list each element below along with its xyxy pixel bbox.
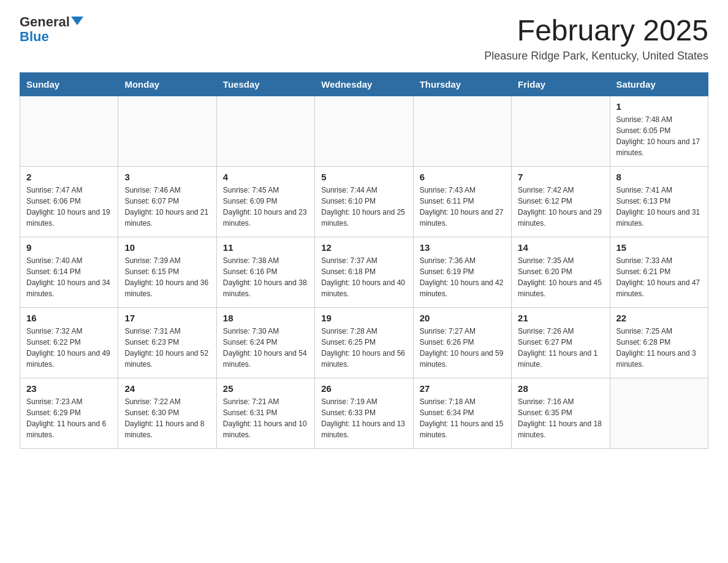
- day-info: Sunrise: 7:23 AMSunset: 6:29 PMDaylight:…: [26, 396, 112, 440]
- calendar-cell: 8Sunrise: 7:41 AMSunset: 6:13 PMDaylight…: [610, 166, 708, 237]
- calendar-cell: 3Sunrise: 7:46 AMSunset: 6:07 PMDaylight…: [118, 166, 216, 237]
- calendar-cell: 25Sunrise: 7:21 AMSunset: 6:31 PMDayligh…: [216, 378, 314, 448]
- day-number: 5: [321, 172, 406, 182]
- calendar-cell: [118, 96, 216, 166]
- weekday-header-saturday: Saturday: [610, 72, 708, 96]
- day-number: 2: [26, 172, 112, 182]
- calendar-cell: [413, 96, 511, 166]
- calendar-cell: 14Sunrise: 7:35 AMSunset: 6:20 PMDayligh…: [512, 237, 610, 307]
- day-number: 6: [420, 172, 505, 182]
- calendar-week-row: 1Sunrise: 7:48 AMSunset: 6:05 PMDaylight…: [20, 96, 708, 166]
- day-number: 16: [26, 313, 112, 323]
- day-number: 23: [26, 383, 112, 394]
- day-info: Sunrise: 7:35 AMSunset: 6:20 PMDaylight:…: [518, 255, 603, 299]
- calendar-cell: 13Sunrise: 7:36 AMSunset: 6:19 PMDayligh…: [413, 237, 511, 307]
- day-number: 17: [124, 313, 210, 323]
- day-number: 27: [420, 383, 505, 394]
- weekday-header-friday: Friday: [512, 72, 610, 96]
- day-number: 9: [26, 242, 112, 253]
- logo-blue-text: Blue: [20, 29, 49, 44]
- day-info: Sunrise: 7:38 AMSunset: 6:16 PMDaylight:…: [223, 255, 308, 299]
- day-number: 4: [223, 172, 308, 182]
- calendar-cell: 15Sunrise: 7:33 AMSunset: 6:21 PMDayligh…: [610, 237, 708, 307]
- calendar-week-row: 16Sunrise: 7:32 AMSunset: 6:22 PMDayligh…: [20, 307, 708, 378]
- calendar-cell: 4Sunrise: 7:45 AMSunset: 6:09 PMDaylight…: [216, 166, 314, 237]
- calendar-cell: 28Sunrise: 7:16 AMSunset: 6:35 PMDayligh…: [512, 378, 610, 448]
- calendar-cell: 2Sunrise: 7:47 AMSunset: 6:06 PMDaylight…: [20, 166, 118, 237]
- calendar-cell: 20Sunrise: 7:27 AMSunset: 6:26 PMDayligh…: [413, 307, 511, 378]
- calendar-cell: 26Sunrise: 7:19 AMSunset: 6:33 PMDayligh…: [315, 378, 413, 448]
- day-info: Sunrise: 7:28 AMSunset: 6:25 PMDaylight:…: [321, 326, 406, 370]
- day-info: Sunrise: 7:16 AMSunset: 6:35 PMDaylight:…: [518, 396, 603, 440]
- calendar-header: SundayMondayTuesdayWednesdayThursdayFrid…: [20, 72, 708, 96]
- calendar-week-row: 2Sunrise: 7:47 AMSunset: 6:06 PMDaylight…: [20, 166, 708, 237]
- calendar-cell: [315, 96, 413, 166]
- calendar-cell: 10Sunrise: 7:39 AMSunset: 6:15 PMDayligh…: [118, 237, 216, 307]
- day-number: 10: [124, 242, 210, 253]
- day-info: Sunrise: 7:26 AMSunset: 6:27 PMDaylight:…: [518, 326, 603, 370]
- calendar-cell: 16Sunrise: 7:32 AMSunset: 6:22 PMDayligh…: [20, 307, 118, 378]
- calendar-week-row: 9Sunrise: 7:40 AMSunset: 6:14 PMDaylight…: [20, 237, 708, 307]
- day-info: Sunrise: 7:31 AMSunset: 6:23 PMDaylight:…: [124, 326, 210, 370]
- title-block: February 2025 Pleasure Ridge Park, Kentu…: [484, 15, 708, 63]
- calendar-cell: 17Sunrise: 7:31 AMSunset: 6:23 PMDayligh…: [118, 307, 216, 378]
- day-info: Sunrise: 7:36 AMSunset: 6:19 PMDaylight:…: [420, 255, 505, 299]
- calendar-cell: [20, 96, 118, 166]
- weekday-header-wednesday: Wednesday: [315, 72, 413, 96]
- weekday-header-sunday: Sunday: [20, 72, 118, 96]
- day-info: Sunrise: 7:27 AMSunset: 6:26 PMDaylight:…: [420, 326, 505, 370]
- day-number: 26: [321, 383, 406, 394]
- calendar-cell: 19Sunrise: 7:28 AMSunset: 6:25 PMDayligh…: [315, 307, 413, 378]
- day-info: Sunrise: 7:44 AMSunset: 6:10 PMDaylight:…: [321, 185, 406, 229]
- weekday-header-tuesday: Tuesday: [216, 72, 314, 96]
- day-info: Sunrise: 7:25 AMSunset: 6:28 PMDaylight:…: [616, 326, 702, 370]
- day-info: Sunrise: 7:42 AMSunset: 6:12 PMDaylight:…: [518, 185, 603, 229]
- page-header: General Blue February 2025 Pleasure Ridg…: [20, 15, 708, 63]
- day-number: 24: [124, 383, 210, 394]
- day-info: Sunrise: 7:19 AMSunset: 6:33 PMDaylight:…: [321, 396, 406, 440]
- day-info: Sunrise: 7:43 AMSunset: 6:11 PMDaylight:…: [420, 185, 505, 229]
- day-info: Sunrise: 7:32 AMSunset: 6:22 PMDaylight:…: [26, 326, 112, 370]
- day-info: Sunrise: 7:39 AMSunset: 6:15 PMDaylight:…: [124, 255, 210, 299]
- calendar-subtitle: Pleasure Ridge Park, Kentucky, United St…: [484, 50, 708, 63]
- day-info: Sunrise: 7:47 AMSunset: 6:06 PMDaylight:…: [26, 185, 112, 229]
- day-info: Sunrise: 7:33 AMSunset: 6:21 PMDaylight:…: [616, 255, 702, 299]
- calendar-cell: 18Sunrise: 7:30 AMSunset: 6:24 PMDayligh…: [216, 307, 314, 378]
- calendar-cell: 21Sunrise: 7:26 AMSunset: 6:27 PMDayligh…: [512, 307, 610, 378]
- day-info: Sunrise: 7:18 AMSunset: 6:34 PMDaylight:…: [420, 396, 505, 440]
- day-number: 15: [616, 242, 702, 253]
- weekday-header-row: SundayMondayTuesdayWednesdayThursdayFrid…: [20, 72, 708, 96]
- calendar-title: February 2025: [484, 15, 708, 47]
- day-number: 22: [616, 313, 702, 323]
- logo: General Blue: [20, 15, 83, 44]
- calendar-cell: 6Sunrise: 7:43 AMSunset: 6:11 PMDaylight…: [413, 166, 511, 237]
- day-info: Sunrise: 7:22 AMSunset: 6:30 PMDaylight:…: [124, 396, 210, 440]
- day-number: 3: [124, 172, 210, 182]
- day-info: Sunrise: 7:37 AMSunset: 6:18 PMDaylight:…: [321, 255, 406, 299]
- calendar-cell: 1Sunrise: 7:48 AMSunset: 6:05 PMDaylight…: [610, 96, 708, 166]
- calendar-cell: 23Sunrise: 7:23 AMSunset: 6:29 PMDayligh…: [20, 378, 118, 448]
- day-info: Sunrise: 7:45 AMSunset: 6:09 PMDaylight:…: [223, 185, 308, 229]
- calendar-week-row: 23Sunrise: 7:23 AMSunset: 6:29 PMDayligh…: [20, 378, 708, 448]
- day-number: 20: [420, 313, 505, 323]
- calendar-cell: 9Sunrise: 7:40 AMSunset: 6:14 PMDaylight…: [20, 237, 118, 307]
- day-number: 25: [223, 383, 308, 394]
- calendar-cell: 5Sunrise: 7:44 AMSunset: 6:10 PMDaylight…: [315, 166, 413, 237]
- day-number: 21: [518, 313, 603, 323]
- day-number: 19: [321, 313, 406, 323]
- day-info: Sunrise: 7:30 AMSunset: 6:24 PMDaylight:…: [223, 326, 308, 370]
- calendar-cell: 7Sunrise: 7:42 AMSunset: 6:12 PMDaylight…: [512, 166, 610, 237]
- day-info: Sunrise: 7:40 AMSunset: 6:14 PMDaylight:…: [26, 255, 112, 299]
- calendar-cell: [610, 378, 708, 448]
- day-number: 28: [518, 383, 603, 394]
- calendar-cell: 22Sunrise: 7:25 AMSunset: 6:28 PMDayligh…: [610, 307, 708, 378]
- calendar-table: SundayMondayTuesdayWednesdayThursdayFrid…: [20, 72, 708, 449]
- calendar-cell: 27Sunrise: 7:18 AMSunset: 6:34 PMDayligh…: [413, 378, 511, 448]
- day-number: 8: [616, 172, 702, 182]
- calendar-cell: 11Sunrise: 7:38 AMSunset: 6:16 PMDayligh…: [216, 237, 314, 307]
- calendar-body: 1Sunrise: 7:48 AMSunset: 6:05 PMDaylight…: [20, 96, 708, 448]
- calendar-cell: 24Sunrise: 7:22 AMSunset: 6:30 PMDayligh…: [118, 378, 216, 448]
- calendar-cell: [216, 96, 314, 166]
- calendar-cell: 12Sunrise: 7:37 AMSunset: 6:18 PMDayligh…: [315, 237, 413, 307]
- calendar-cell: [512, 96, 610, 166]
